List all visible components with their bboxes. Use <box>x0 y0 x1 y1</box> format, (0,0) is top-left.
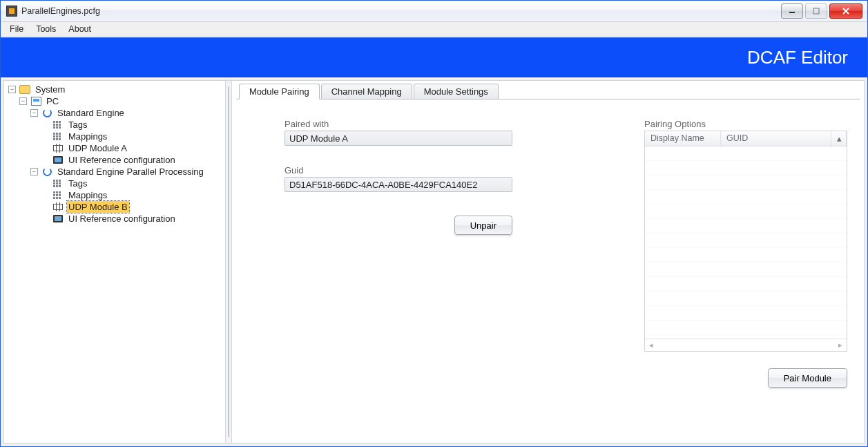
tree-node-mappings[interactable]: Mappings <box>40 131 222 142</box>
pairing-options-grid[interactable]: Display Name GUID ▴ ◂▸ <box>644 131 847 352</box>
guid-field: D51AF518-66DC-4ACA-A0BE-4429FCA140E2 <box>284 177 512 192</box>
pc-icon <box>30 96 41 107</box>
menu-about[interactable]: About <box>62 22 97 37</box>
menubar: File Tools About <box>1 22 867 37</box>
folder-icon <box>19 84 30 95</box>
grid-header: Display Name GUID ▴ <box>645 131 847 146</box>
minimize-button[interactable] <box>781 3 803 19</box>
scroll-up-icon[interactable]: ▴ <box>831 131 847 146</box>
tree-node-engine-1[interactable]: − Standard Engine Tags Mappings UDP Modu… <box>29 107 222 166</box>
grid-col-display-name[interactable]: Display Name <box>645 131 721 146</box>
tree-node-udp-b[interactable]: UDP Module B <box>40 201 222 213</box>
tree-label: Tags <box>67 178 88 189</box>
expander-icon[interactable]: − <box>8 86 16 93</box>
maximize-button[interactable] <box>805 3 827 19</box>
tree-label: System <box>34 84 66 95</box>
tabstrip: Module Pairing Channel Mapping Module Se… <box>236 83 860 99</box>
svg-rect-1 <box>813 8 819 14</box>
window-title: ParallelEngines.pcfg <box>21 6 781 16</box>
app-window: ParallelEngines.pcfg File Tools About DC… <box>0 0 868 447</box>
tree-node-pc[interactable]: − PC − Standard Engine <box>18 95 222 225</box>
titlebar: ParallelEngines.pcfg <box>1 1 867 22</box>
tree-label: Tags <box>67 119 88 131</box>
tab-module-pairing[interactable]: Module Pairing <box>239 84 320 99</box>
tab-module-settings[interactable]: Module Settings <box>414 84 499 99</box>
dots-icon <box>52 190 64 201</box>
tab-channel-mapping[interactable]: Channel Mapping <box>321 84 412 99</box>
tree-label: UDP Module A <box>67 142 128 154</box>
tree-node-ui-ref-2[interactable]: UI Reference configuration <box>40 213 222 225</box>
dots-icon <box>52 131 64 142</box>
app-banner: DCAF Editor <box>1 37 867 77</box>
pairing-options: Pairing Options Display Name GUID ▴ ◂▸ P… <box>644 119 851 429</box>
dots-icon <box>52 120 64 131</box>
screen-icon <box>52 155 64 166</box>
unpair-button[interactable]: Unpair <box>454 216 512 235</box>
tree-node-tags[interactable]: Tags <box>40 119 222 131</box>
pairing-form: Paired with UDP Module A Guid D51AF518-6… <box>284 119 519 429</box>
tree-panel[interactable]: − System − PC <box>4 81 225 443</box>
tree-node-mappings-2[interactable]: Mappings <box>40 189 222 201</box>
minimize-icon <box>789 8 795 15</box>
tab-content: Paired with UDP Module A Guid D51AF518-6… <box>236 99 860 436</box>
screen-icon <box>52 213 64 225</box>
body: − System − PC <box>3 80 865 444</box>
menu-tools[interactable]: Tools <box>30 22 62 37</box>
tree-node-system[interactable]: − System − PC <box>7 84 222 225</box>
grid-col-guid[interactable]: GUID <box>721 131 831 146</box>
scroll-left-icon[interactable]: ◂ <box>645 341 657 350</box>
guid-label: Guid <box>284 165 519 175</box>
tree-node-udp-a[interactable]: UDP Module A <box>40 142 222 154</box>
paired-with-field: UDP Module A <box>284 131 512 146</box>
grid-scrollbar[interactable]: ◂▸ <box>645 339 847 351</box>
paired-with-label: Paired with <box>284 119 519 129</box>
tree-label: Mappings <box>67 189 108 201</box>
tree-node-engine-2[interactable]: − Standard Engine Parallel Processing Ta… <box>29 166 222 225</box>
chip-icon <box>52 202 64 213</box>
app-icon <box>6 6 17 17</box>
close-button[interactable] <box>829 3 862 19</box>
tree-node-ui-ref-1[interactable]: UI Reference configuration <box>40 154 222 166</box>
tree-node-tags-2[interactable]: Tags <box>40 178 222 189</box>
expander-icon[interactable]: − <box>19 97 27 105</box>
tree-label: Mappings <box>67 131 108 142</box>
chip-icon <box>52 143 64 154</box>
tree-label: Standard Engine <box>56 107 126 119</box>
expander-icon[interactable]: − <box>30 168 38 175</box>
window-controls <box>781 3 865 19</box>
refresh-icon <box>41 108 52 119</box>
tree-label: UI Reference configuration <box>67 213 177 225</box>
pair-module-button[interactable]: Pair Module <box>768 368 847 388</box>
grid-body[interactable] <box>645 146 847 339</box>
splitter[interactable] <box>225 81 232 443</box>
refresh-icon <box>41 167 52 178</box>
content-panel: Module Pairing Channel Mapping Module Se… <box>232 81 864 443</box>
menu-file[interactable]: File <box>3 22 30 37</box>
tree-label: UI Reference configuration <box>67 154 177 166</box>
pairing-options-heading: Pairing Options <box>644 119 847 129</box>
tree-label: PC <box>45 95 60 107</box>
banner-title: DCAF Editor <box>747 47 848 68</box>
tree-label-selected: UDP Module B <box>67 201 129 213</box>
maximize-icon <box>813 8 820 15</box>
dots-icon <box>52 178 64 189</box>
tree-label: Standard Engine Parallel Processing <box>56 166 205 178</box>
close-icon <box>842 8 850 15</box>
expander-icon[interactable]: − <box>30 109 38 117</box>
scroll-right-icon[interactable]: ▸ <box>834 341 847 350</box>
